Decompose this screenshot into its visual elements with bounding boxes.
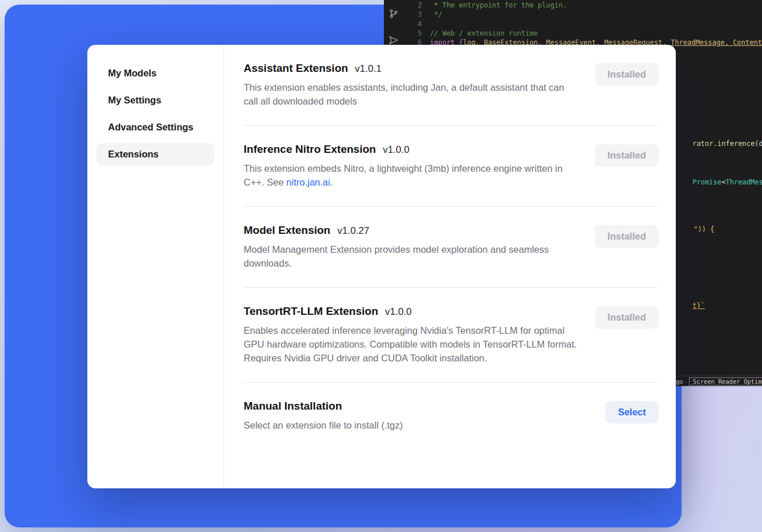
- sidebar-item-extensions[interactable]: Extensions: [97, 143, 214, 165]
- code-line: 2 * The entrypoint for the plugin.: [407, 1, 762, 10]
- manual-installation-row: Manual Installation Select an extension …: [244, 383, 659, 449]
- select-button[interactable]: Select: [605, 401, 659, 423]
- code-area: 2 * The entrypoint for the plugin. 3 */ …: [407, 1, 762, 47]
- code-line: 4: [407, 20, 762, 29]
- extension-row-model: Model Extension v1.0.27 Model Management…: [244, 207, 659, 288]
- extension-version: v1.0.0: [383, 144, 409, 156]
- extension-row-nitro: Inference Nitro Extension v1.0.0 This ex…: [244, 126, 659, 207]
- extension-row-assistant: Assistant Extension v1.0.1 This extensio…: [244, 45, 659, 126]
- installed-button[interactable]: Installed: [595, 63, 659, 86]
- code-fragment: Promise<ThreadMessage>: [676, 170, 762, 194]
- nitro-link[interactable]: nitro.jan.ai: [286, 177, 330, 187]
- line-number: 5: [407, 29, 422, 38]
- screen-reader-badge[interactable]: Screen Reader Optimize: [689, 377, 762, 385]
- extension-description: Enables accelerated inference leveraging…: [244, 323, 580, 365]
- line-number: 4: [407, 20, 422, 29]
- extension-description: Model Management Extension provides mode…: [244, 242, 580, 270]
- extension-title: TensortRT-LLM Extension: [244, 305, 378, 318]
- extension-row-tensorrt: TensortRT-LLM Extension v1.0.0 Enables a…: [244, 288, 659, 383]
- code-line: 3 */: [407, 10, 762, 19]
- extension-title: Inference Nitro Extension: [244, 143, 376, 156]
- extension-version: v1.0.27: [337, 225, 370, 237]
- sidebar-item-my-models[interactable]: My Models: [97, 62, 214, 84]
- extension-description: Select an extension file to install (.tg…: [244, 418, 580, 432]
- code-fragment: ")) {: [677, 217, 714, 241]
- send-icon[interactable]: [388, 34, 399, 46]
- code-fragment: rator.inference(data));: [676, 132, 762, 156]
- code-line: 5 // Web / extension runtime: [407, 29, 762, 38]
- settings-modal: My Models My Settings Advanced Settings …: [87, 45, 676, 488]
- extension-title: Manual Installation: [244, 400, 342, 413]
- extension-version: v1.0.1: [355, 63, 382, 75]
- settings-sidebar: My Models My Settings Advanced Settings …: [87, 45, 224, 488]
- installed-button[interactable]: Installed: [595, 144, 659, 167]
- installed-button[interactable]: Installed: [595, 225, 659, 248]
- extensions-panel: Assistant Extension v1.0.1 This extensio…: [224, 45, 676, 488]
- line-number: 3: [407, 10, 422, 19]
- installed-button[interactable]: Installed: [595, 306, 659, 329]
- extension-description: This extension enables assistants, inclu…: [244, 80, 580, 108]
- go-language-status[interactable]: go: [676, 378, 683, 385]
- sidebar-item-my-settings[interactable]: My Settings: [97, 89, 214, 111]
- line-number: 2: [407, 1, 422, 10]
- source-control-icon[interactable]: [388, 8, 399, 20]
- extension-description: This extension embeds Nitro, a lightweig…: [244, 161, 580, 189]
- code-fragment: t}`: [676, 294, 705, 318]
- sidebar-item-advanced-settings[interactable]: Advanced Settings: [97, 116, 214, 138]
- extension-title: Assistant Extension: [244, 62, 348, 75]
- extension-version: v1.0.0: [385, 306, 411, 318]
- extension-title: Model Extension: [244, 224, 330, 237]
